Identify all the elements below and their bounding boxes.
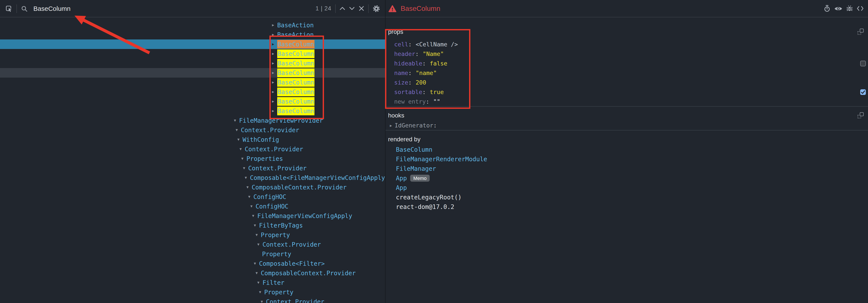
tree-row[interactable]: ▾WithConfig [0,135,385,144]
prop-checkbox[interactable] [860,60,866,66]
tree-row[interactable]: ▾Context.Provider [0,297,385,303]
chevron-down-icon[interactable]: ▾ [236,128,241,132]
owner-link: react-dom@17.0.2 [396,203,454,210]
chevron-right-icon[interactable]: ▸ [272,52,277,56]
copy-icon[interactable] [858,29,864,35]
owner-link[interactable]: FileManager [396,165,436,172]
tree-row[interactable]: ▾ConfigHOC [0,202,385,211]
chevron-down-icon[interactable]: ▾ [241,156,246,161]
tree-row[interactable]: ▾Composable<FileManagerViewConfigApply> [0,173,385,182]
owner-link[interactable]: BaseColumn [396,146,433,153]
tree-row[interactable]: ▾Context.Provider [0,144,385,154]
chevron-down-icon[interactable]: ▾ [237,138,243,142]
tree-row[interactable]: ▾FilterByTags [0,221,385,230]
tree-row[interactable]: ▸BaseColumn [0,39,385,49]
owner-link[interactable]: FileManagerRendererModule [396,156,487,162]
chevron-down-icon[interactable]: ▾ [257,242,262,247]
tree-row[interactable]: ▾ComposableContext.Provider [0,182,385,192]
component-name: FilterByTags [259,222,303,229]
tree-row[interactable]: ▸BaseColumn [0,106,385,116]
tree-row[interactable]: ▾Context.Provider [0,163,385,173]
component-name: ComposableContext.Provider [252,184,346,191]
tree-row[interactable]: ▸BaseColumn [0,97,385,106]
tree-row[interactable]: ▾FileManagerViewConfigApply [0,211,385,221]
code-icon[interactable] [857,6,864,11]
chevron-down-icon[interactable]: ▾ [234,118,239,123]
timer-icon[interactable] [824,5,831,12]
tree-row[interactable]: ▸BaseColumn [0,59,385,68]
prop-value[interactable]: 200 [415,79,426,86]
tree-row[interactable]: ▾ComposableContext.Provider [0,268,385,278]
prop-value[interactable]: <CellName /> [415,41,458,48]
tree-row[interactable]: ▸BaseAction [0,30,385,39]
bug-icon[interactable] [846,5,853,12]
chevron-right-icon[interactable]: ▸ [272,71,277,75]
prop-value[interactable]: false [430,60,447,67]
chevron-right-icon[interactable]: ▸ [272,42,277,47]
prop-key: cell [394,41,408,48]
chevron-right-icon[interactable]: ▸ [272,109,277,113]
chevron-down-icon[interactable]: ▾ [245,176,250,180]
tree-row[interactable]: ▾Property [0,230,385,240]
chevron-right-icon[interactable]: ▸ [272,23,277,27]
prop-value[interactable]: "Name" [423,50,444,57]
chevron-down-icon[interactable]: ▾ [248,194,253,199]
tree-row[interactable]: ▸BaseColumn [0,78,385,87]
chevron-down-icon[interactable] [349,6,355,10]
tree-row[interactable]: ▸BaseAction [0,20,385,30]
chevron-down-icon[interactable]: ▾ [240,147,245,151]
tree-row[interactable]: ▾Filter [0,278,385,287]
owner-link[interactable]: App [396,175,407,182]
toolbar-divider [17,4,17,13]
prop-checkbox[interactable] [860,89,866,95]
prop-row: new entry:"" [385,97,868,106]
chevron-down-icon[interactable]: ▾ [261,300,266,303]
component-name: Context.Provider [262,241,321,248]
tree-row[interactable]: ▸BaseColumn [0,87,385,97]
prop-value[interactable]: true [430,88,444,95]
chevron-up-icon[interactable] [340,6,345,10]
tree-row[interactable]: ▾Context.Provider [0,240,385,249]
inspect-icon[interactable] [5,5,12,12]
tree-row[interactable]: ▸BaseColumn [0,68,385,78]
chevron-right-icon[interactable]: ▸ [272,99,277,103]
eye-icon[interactable] [834,5,842,11]
chevron-right-icon[interactable]: ▸ [390,123,395,128]
chevron-down-icon[interactable]: ▾ [255,233,261,237]
tree-row[interactable]: ▾Property [0,287,385,297]
tree-row[interactable]: ▾FileManagerViewProvider [0,116,385,125]
hook-row[interactable]: ▸IdGenerator: [385,121,868,130]
chevron-right-icon[interactable]: ▸ [272,90,277,94]
component-name: FileManagerViewProvider [239,117,323,124]
prop-value[interactable]: "" [433,98,440,105]
close-icon[interactable] [359,6,364,11]
chevron-right-icon[interactable]: ▸ [272,80,277,85]
owner-link[interactable]: App [396,184,407,191]
memo-badge: Memo [410,175,430,182]
tree-row[interactable]: ▾Context.Provider [0,125,385,135]
component-name: BaseColumn [277,68,315,77]
tree-row[interactable]: ▸BaseColumn [0,49,385,59]
search-input[interactable] [32,4,312,12]
chevron-down-icon[interactable]: ▾ [255,271,261,275]
chevron-down-icon[interactable]: ▾ [254,223,259,228]
component-name: Composable<FileManagerViewConfigApply> [250,174,385,181]
chevron-right-icon[interactable]: ▸ [272,61,277,65]
chevron-down-icon[interactable]: ▾ [254,262,259,266]
tree-row[interactable]: ▾Composable<Filter> [0,259,385,268]
chevron-right-icon[interactable]: ▸ [272,32,277,37]
chevron-down-icon[interactable]: ▾ [250,204,255,209]
copy-icon[interactable] [858,112,864,118]
chevron-down-icon[interactable]: ▾ [243,166,248,170]
chevron-down-icon[interactable]: ▾ [257,280,262,285]
chevron-down-icon[interactable]: ▾ [246,185,252,189]
tree-row[interactable]: ▾ConfigHOC [0,192,385,202]
gear-icon[interactable] [372,5,380,12]
prop-row: cell:<CellName /> [385,39,868,49]
chevron-down-icon[interactable]: ▾ [259,290,264,294]
component-name: BaseColumn [277,40,315,49]
tree-row[interactable]: Property [0,249,385,259]
prop-value[interactable]: "name" [415,69,437,76]
tree-row[interactable]: ▾Properties [0,154,385,163]
chevron-down-icon[interactable]: ▾ [252,214,257,218]
